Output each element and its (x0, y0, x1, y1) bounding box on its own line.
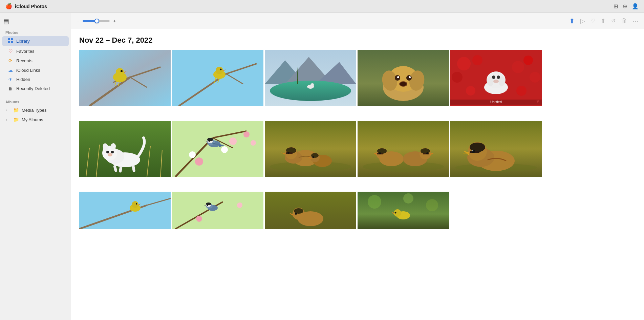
photos-section-label: Photos (0, 28, 71, 36)
svg-rect-62 (79, 121, 171, 177)
svg-point-52 (530, 72, 540, 83)
svg-point-164 (395, 212, 396, 214)
library-icon (7, 38, 14, 44)
photo-yellow-bird-1[interactable] (79, 50, 171, 106)
photo-bottom-bird-branch[interactable] (79, 192, 171, 229)
toolbar: − + ⬆ ▷ ♡ ⬆ ↺ 🗑 ⋯ (71, 13, 644, 29)
svg-point-159 (403, 193, 413, 204)
photo-bottom-duck-water[interactable] (265, 192, 356, 229)
sidebar-item-icloud-links[interactable]: ☁ iCloud Links (2, 66, 69, 74)
share-icon[interactable]: ⬆ (601, 17, 606, 25)
toolbar-left: − + (77, 18, 116, 24)
photo-duckling-3[interactable] (450, 121, 542, 177)
svg-point-82 (195, 157, 203, 166)
svg-point-43 (409, 76, 411, 78)
svg-point-87 (251, 140, 256, 146)
svg-point-155 (295, 213, 297, 215)
sidebar: ▤ Photos Library ♡ Favorites ⟳ Recents ☁… (0, 13, 71, 320)
chevron-right-icon-albums: › (6, 118, 10, 122)
svg-point-131 (472, 150, 473, 151)
svg-point-54 (516, 86, 527, 96)
svg-point-121 (426, 152, 428, 154)
photo-grid-area[interactable]: Nov 22 – Dec 7, 2022 (71, 29, 644, 320)
sidebar-toggle-icon[interactable]: ▤ (3, 18, 9, 25)
sidebar-item-library[interactable]: Library (2, 36, 69, 46)
chevron-right-icon: › (6, 108, 10, 112)
zoom-slider-thumb[interactable] (94, 19, 99, 23)
recents-icon: ⟳ (7, 58, 14, 63)
more-icon[interactable]: ⋯ (632, 17, 639, 25)
account-icon[interactable]: 👤 (632, 3, 639, 9)
svg-point-148 (206, 202, 211, 205)
main-layout: ▤ Photos Library ♡ Favorites ⟳ Recents ☁… (0, 13, 644, 320)
photo-row-2 (79, 121, 636, 177)
photo-duckling-2[interactable] (358, 121, 449, 177)
hidden-label: Hidden (16, 77, 30, 82)
svg-point-107 (313, 156, 314, 158)
svg-point-86 (221, 146, 228, 153)
folder-icon-media: 📁 (13, 107, 19, 113)
recently-deleted-label: Recently Deleted (16, 86, 50, 91)
zoom-minus-button[interactable]: − (77, 18, 79, 24)
svg-point-140 (136, 203, 137, 205)
photo-yellow-bird-2[interactable] (172, 50, 263, 106)
svg-point-91 (207, 138, 213, 141)
svg-point-93 (209, 140, 210, 142)
title-bar: 🍎 iCloud Photos ⊞ ⊕ 👤 (0, 0, 644, 13)
toolbar-right: ⬆ ▷ ♡ ⬆ ↺ 🗑 ⋯ (569, 17, 639, 25)
title-bar-right: ⊞ ⊕ 👤 (614, 3, 639, 9)
svg-point-154 (294, 208, 303, 214)
date-range-header: Nov 22 – Dec 7, 2022 (79, 36, 636, 45)
section-gap-2 (79, 178, 636, 192)
svg-point-150 (207, 205, 208, 206)
svg-point-119 (421, 148, 430, 154)
zoom-slider-track[interactable] (83, 20, 110, 22)
albums-section-label: Albums (0, 97, 71, 105)
photo-blue-bird-flowers[interactable] (172, 121, 263, 177)
sidebar-group-my-albums[interactable]: › 📁 My Albums (2, 115, 69, 124)
svg-point-83 (189, 151, 196, 158)
svg-rect-3 (11, 41, 13, 43)
svg-point-51 (452, 72, 463, 83)
library-label: Library (16, 39, 30, 44)
add-circle-icon[interactable]: ⊕ (623, 3, 627, 9)
heart-icon[interactable]: ♡ (591, 18, 595, 24)
sidebar-item-hidden[interactable]: 👁 Hidden (2, 75, 69, 84)
svg-rect-2 (8, 41, 10, 43)
photo-bottom-small-bird[interactable] (172, 192, 263, 229)
svg-point-85 (243, 131, 250, 137)
zoom-plus-button[interactable]: + (113, 18, 116, 24)
delete-icon[interactable]: 🗑 (621, 17, 627, 24)
photo-duckling-1[interactable] (265, 121, 356, 177)
svg-point-59 (492, 76, 495, 79)
slideshow-icon[interactable]: ▷ (580, 17, 585, 25)
photo-bottom-green-scene[interactable] (358, 192, 449, 229)
photo-golden-puppy[interactable] (358, 50, 449, 106)
svg-point-102 (287, 152, 289, 154)
svg-point-115 (379, 152, 381, 154)
photo-white-dog-green[interactable] (79, 121, 171, 177)
grid-apps-icon[interactable]: ⊞ (614, 3, 618, 9)
upload-cloud-icon[interactable]: ⬆ (569, 17, 575, 25)
favorites-icon: ♡ (7, 48, 14, 54)
svg-point-53 (466, 86, 475, 95)
photo-mountain-lake[interactable] (265, 50, 356, 106)
svg-rect-30 (297, 79, 298, 84)
svg-rect-1 (11, 38, 13, 40)
sidebar-item-favorites[interactable]: ♡ Favorites (2, 47, 69, 56)
photo-row-3 (79, 192, 636, 229)
svg-rect-78 (172, 121, 263, 177)
svg-point-143 (196, 216, 202, 222)
photo-untitled-label: Untitled (450, 100, 542, 105)
sidebar-item-recently-deleted[interactable]: 🗑 Recently Deleted (2, 84, 69, 93)
svg-point-110 (363, 162, 444, 172)
svg-point-50 (523, 56, 533, 65)
sidebar-item-recents[interactable]: ⟳ Recents (2, 56, 69, 65)
svg-point-144 (237, 202, 242, 208)
revert-icon[interactable]: ↺ (611, 18, 616, 24)
sidebar-group-media-types[interactable]: › 📁 Media Types (2, 106, 69, 114)
media-types-label: Media Types (22, 108, 46, 113)
photo-white-dog-red[interactable]: ♥ Untitled (450, 50, 542, 106)
svg-point-138 (132, 201, 138, 208)
svg-point-10 (116, 68, 124, 76)
